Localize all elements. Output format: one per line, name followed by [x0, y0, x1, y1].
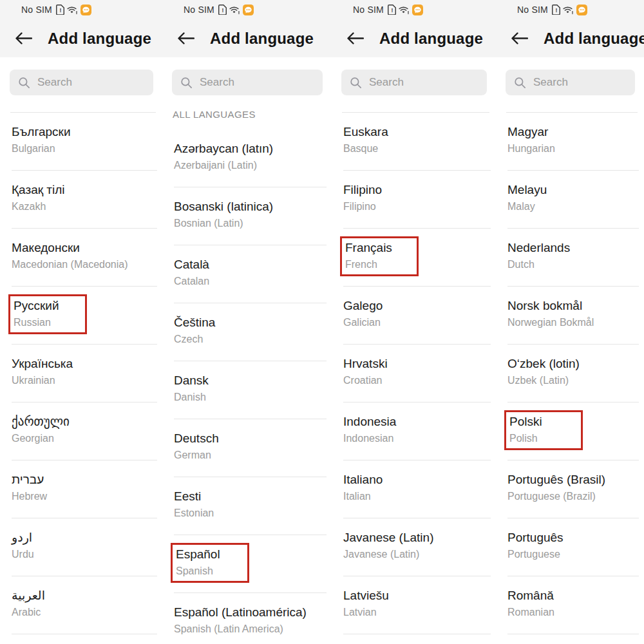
language-list-item[interactable]: NederlandsDutch	[507, 229, 639, 287]
search-area: Search	[332, 57, 496, 99]
language-list-item[interactable]: FilipinoFilipino	[343, 171, 491, 229]
language-list-item[interactable]: עבריתHebrew	[12, 460, 157, 518]
language-native-name: Українська	[12, 355, 157, 372]
language-native-name: Melayu	[507, 182, 639, 198]
language-native-name: Indonesia	[343, 413, 491, 430]
language-list-item[interactable]: МакедонскиMacedonian (Macedonia)	[12, 229, 157, 287]
search-area: Search	[162, 57, 332, 99]
highlight-box: FrançaisFrench	[340, 236, 419, 276]
language-native-name: Bosanski (latinica)	[174, 198, 327, 214]
language-english-name: Urdu	[12, 547, 157, 561]
language-list-item[interactable]: MagyarHungarian	[507, 113, 639, 171]
back-arrow-icon[interactable]	[511, 32, 528, 45]
wifi-icon	[399, 5, 410, 14]
language-english-name: Romanian	[507, 605, 639, 619]
language-list-item[interactable]: EspañolSpanish	[174, 535, 327, 593]
page-title: Add language	[210, 30, 314, 48]
language-list-item[interactable]: MelayuMalay	[507, 171, 639, 229]
language-english-name: Spanish	[176, 564, 240, 578]
language-native-name: Filipino	[343, 182, 491, 198]
language-english-name: Georgian	[12, 431, 157, 445]
language-list-item[interactable]: Azərbaycan (latın)Azerbaijani (Latin)	[174, 129, 327, 187]
language-list-item[interactable]: DanskDanish	[174, 361, 327, 419]
sim-alert-icon: !	[552, 5, 560, 15]
language-list-item[interactable]: DeutschGerman	[174, 419, 327, 477]
language-english-name: Norwegian Bokmål	[507, 316, 639, 329]
wifi-icon	[229, 5, 240, 14]
language-native-name: Latviešu	[343, 587, 491, 603]
language-list-item[interactable]: FrançaisFrench	[343, 229, 491, 287]
language-list-item[interactable]: LatviešuLatvian	[343, 576, 491, 634]
language-list-item[interactable]: EuskaraBasque	[343, 113, 491, 171]
svg-text:!: !	[222, 7, 223, 14]
svg-text:!: !	[555, 7, 557, 14]
language-list-item[interactable]: Español (Latinoamérica)Spanish (Latin Am…	[174, 593, 327, 644]
language-list-item[interactable]: Қазақ тіліKazakh	[12, 171, 157, 229]
language-list-item[interactable]: БългарскиBulgarian	[12, 113, 157, 171]
language-list-item[interactable]: PortuguêsPortuguese	[507, 518, 639, 576]
messages-app-icon	[412, 5, 423, 15]
search-icon	[18, 77, 30, 89]
language-native-name: Galego	[343, 298, 491, 314]
screenshot-grid: No SIM!Add languageSearchБългарскиBulgar…	[0, 0, 644, 644]
sim-alert-icon: !	[388, 5, 396, 15]
back-arrow-icon[interactable]	[177, 32, 194, 45]
language-list-item[interactable]: Português (Brasil)Portuguese (Brazil)	[507, 460, 639, 518]
language-list-item[interactable]: Javanese (Latin)Javanese (Latin)	[343, 518, 491, 576]
language-native-name: Português	[507, 529, 639, 545]
language-list-item[interactable]: RomânăRomanian	[507, 576, 639, 634]
language-list-item[interactable]: Bosanski (latinica)Bosnian (Latin)	[174, 187, 327, 245]
language-native-name: עברית	[12, 471, 157, 488]
language-list-item[interactable]: PolskiPolish	[507, 402, 639, 460]
language-native-name: Deutsch	[174, 430, 327, 446]
search-input[interactable]: Search	[341, 70, 487, 95]
back-arrow-icon[interactable]	[15, 32, 32, 45]
language-list-item[interactable]: IndonesiaIndonesian	[343, 402, 491, 460]
back-arrow-icon[interactable]	[346, 32, 364, 45]
sim-alert-icon: !	[218, 5, 227, 15]
language-native-name: Português (Brasil)	[507, 471, 639, 488]
app-bar: Add language	[0, 19, 162, 57]
language-english-name: Catalan	[174, 274, 327, 288]
language-native-name: Македонски	[12, 240, 157, 256]
language-list-item[interactable]: ქართულიGeorgian	[12, 402, 157, 460]
language-native-name: Javanese (Latin)	[343, 529, 491, 545]
language-english-name: Estonian	[174, 506, 327, 520]
search-input[interactable]: Search	[10, 70, 153, 95]
language-list-item[interactable]: CatalàCatalan	[174, 245, 327, 303]
language-native-name: Español (Latinoamérica)	[174, 604, 327, 620]
language-list-item[interactable]: ItalianoItalian	[343, 460, 491, 518]
language-english-name: Galician	[343, 316, 491, 329]
page-title: Add language	[379, 30, 483, 48]
language-english-name: Uzbek (Latin)	[507, 374, 639, 387]
language-list-item[interactable]: ČeštinaCzech	[174, 303, 327, 361]
language-list-item[interactable]: العربيةArabic	[12, 576, 157, 634]
highlight-box: РусскийRussian	[8, 294, 87, 334]
app-bar: Add language	[162, 19, 332, 57]
language-list-item[interactable]: РусскийRussian	[12, 287, 157, 345]
highlight-box: PolskiPolish	[504, 410, 583, 450]
carrier-label: No SIM	[21, 5, 52, 15]
language-english-name: Javanese (Latin)	[343, 547, 491, 561]
search-input[interactable]: Search	[506, 70, 635, 95]
language-list-item[interactable]: GalegoGalician	[343, 287, 491, 345]
messages-app-icon	[80, 5, 91, 15]
language-list-item[interactable]: УкраїнськаUkrainian	[12, 345, 157, 402]
language-list-item[interactable]: Oʻzbek (lotin)Uzbek (Latin)	[507, 345, 639, 402]
section-header: ALL LANGUAGES	[162, 99, 332, 129]
language-list-item[interactable]: EestiEstonian	[174, 477, 327, 535]
language-list-item[interactable]: اردوUrdu	[12, 518, 157, 576]
search-area: Search	[496, 57, 644, 99]
status-bar: No SIM!	[496, 0, 644, 19]
language-english-name: Dutch	[507, 258, 639, 271]
language-list-item[interactable]: Norsk bokmålNorwegian Bokmål	[507, 287, 639, 345]
search-input[interactable]: Search	[172, 70, 323, 95]
language-list-item[interactable]: HrvatskiCroatian	[343, 345, 491, 402]
language-native-name: Қазақ тілі	[12, 182, 157, 198]
language-english-name: Latvian	[343, 605, 491, 619]
language-native-name: Română	[507, 587, 639, 603]
page-title: Add language	[544, 30, 644, 48]
language-native-name: Italiano	[343, 471, 491, 488]
carrier-label: No SIM	[184, 5, 214, 15]
language-native-name: Български	[12, 124, 157, 140]
